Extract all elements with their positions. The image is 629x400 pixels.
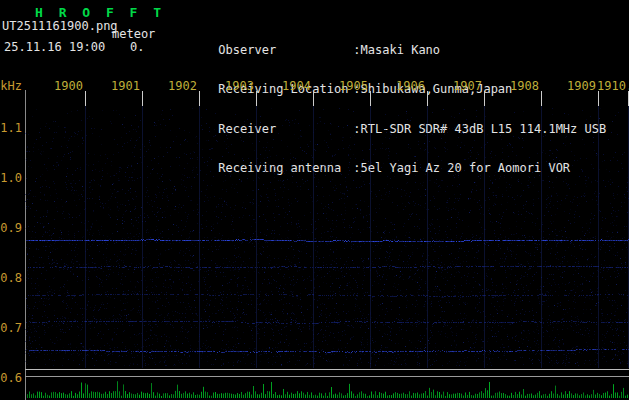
mode-label: meteor: [112, 27, 155, 41]
y-axis-unit: kHz: [0, 79, 22, 93]
datetime-label: 25.11.16 19:00: [4, 40, 105, 54]
hrofft-window: H R O F F T UT2511161900.png meteor 25.1…: [0, 0, 629, 400]
app-title: H R O F F T: [35, 5, 165, 20]
output-filename: UT2511161900.png: [2, 19, 118, 33]
info-label: Observer: [218, 45, 353, 57]
y-tick-label: 0.9: [0, 221, 22, 235]
info-value: :Masaki Kano: [353, 43, 440, 57]
spectrogram-canvas: [25, 90, 629, 400]
y-tick-label: 1.1: [0, 121, 22, 135]
echo-count: 0.: [130, 40, 144, 54]
y-tick-label: 0.7: [0, 321, 22, 335]
info-row-observer: Observer:Masaki Kano: [175, 33, 606, 45]
y-tick-label: 0.8: [0, 271, 22, 285]
y-tick-label: 0.6: [0, 371, 22, 385]
y-tick-label: 1.0: [0, 171, 22, 185]
